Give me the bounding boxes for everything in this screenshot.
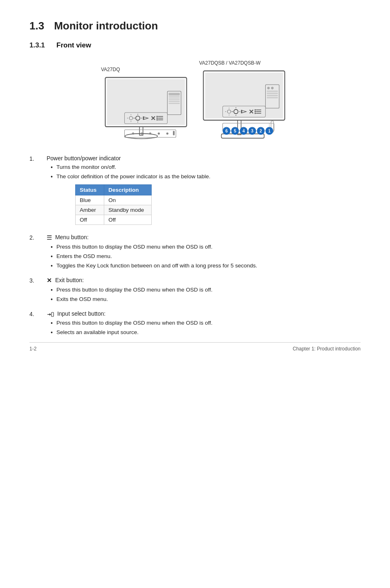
- svg-text:6: 6: [225, 129, 228, 133]
- svg-point-42: [267, 87, 270, 89]
- svg-rect-1: [107, 79, 185, 125]
- item-content-2: ☰ Menu button: Press this button to disp…: [47, 234, 361, 271]
- svg-rect-16: [173, 131, 175, 135]
- svg-point-67: [255, 111, 256, 112]
- footer: 1-2 Chapter 1: Product introduction: [29, 342, 361, 352]
- svg-rect-7: [169, 98, 180, 99]
- svg-point-36: [157, 119, 158, 120]
- table-cell-desc-amber: Standby mode: [104, 205, 152, 215]
- svg-rect-9: [169, 103, 180, 104]
- bullet-2-1: Press this button to display the OSD men…: [51, 243, 361, 251]
- subsection-title: Front view: [56, 41, 91, 49]
- item-bullets-3: Press this button to display the OSD men…: [47, 286, 361, 304]
- section-title: Monitor introduction: [54, 20, 158, 32]
- svg-point-32: [157, 116, 158, 117]
- table-cell-status-amber: Amber: [76, 205, 104, 215]
- svg-text:4: 4: [242, 129, 245, 133]
- section-number: 1.3: [29, 20, 44, 32]
- svg-rect-28: [143, 116, 144, 119]
- svg-rect-5: [169, 93, 180, 95]
- subsection-number: 1.3.1: [29, 41, 49, 49]
- menu-icon: ☰: [47, 234, 52, 241]
- svg-text:5: 5: [234, 129, 236, 133]
- svg-rect-44: [267, 91, 278, 92]
- table-header-description: Description: [104, 184, 152, 195]
- item-bullets-2: Press this button to display the OSD men…: [47, 243, 361, 270]
- svg-point-65: [255, 109, 256, 110]
- svg-point-69: [255, 113, 256, 114]
- table-row-off: Off Off: [76, 215, 152, 224]
- bullet-1-1: Turns the monitor on/off.: [51, 163, 361, 172]
- item-row-3: 3. ✕ Exit button: Press this button to d…: [29, 277, 361, 305]
- table-cell-status-blue: Blue: [76, 195, 104, 205]
- footer-page-number: 1-2: [29, 346, 36, 352]
- svg-point-34: [157, 117, 158, 119]
- svg-rect-61: [241, 110, 242, 113]
- svg-rect-47: [267, 97, 278, 98]
- item-title-1: Power button/power indicator: [47, 155, 361, 162]
- monitor-diagram-right: 6 5 4 3 2 1: [199, 67, 289, 147]
- table-cell-desc-blue: On: [104, 195, 152, 205]
- bullet-4-1: Press this button to display the OSD men…: [51, 319, 361, 328]
- svg-rect-45: [267, 93, 278, 94]
- table-cell-desc-off: Off: [104, 215, 152, 224]
- item-bullets-4: Press this button to display the OSD men…: [47, 319, 361, 337]
- item-content-4: Input select button: Press this button t…: [47, 310, 361, 338]
- item-num-4: 4.: [29, 310, 47, 317]
- item-num-1: 1.: [29, 155, 47, 162]
- item-row-1: 1. Power button/power indicator Turns th…: [29, 155, 361, 228]
- monitor-label-right: VA27DQSB / VA27DQSB-W: [199, 60, 260, 66]
- footer-chapter: Chapter 1: Product introduction: [293, 346, 361, 352]
- bullet-3-1: Press this button to display the OSD men…: [51, 286, 361, 294]
- svg-point-11: [132, 132, 134, 135]
- item-num-3: 3.: [29, 277, 47, 284]
- item-row-4: 4. Input select button: Press this butto…: [29, 310, 361, 338]
- svg-point-43: [271, 87, 273, 89]
- bullet-3-2: Exits the OSD menu.: [51, 295, 361, 304]
- svg-point-14: [158, 132, 160, 135]
- bullet-2-2: Enters the OSD menu.: [51, 252, 361, 261]
- table-row-amber: Amber Standby mode: [76, 205, 152, 215]
- item-title-2: ☰ Menu button:: [47, 234, 361, 241]
- svg-text:2: 2: [260, 129, 262, 133]
- svg-text:3: 3: [251, 129, 253, 133]
- item-num-2: 2.: [29, 234, 47, 241]
- bullet-1-2: The color definition of the power indica…: [51, 173, 361, 181]
- item-content-1: Power button/power indicator Turns the m…: [47, 155, 361, 228]
- item-content-3: ✕ Exit button: Press this button to disp…: [47, 277, 361, 305]
- svg-rect-88: [52, 312, 54, 316]
- table-header-status: Status: [76, 184, 104, 195]
- status-table: Status Description Blue On Amber Standby…: [75, 184, 152, 225]
- monitor-diagram-left: [101, 74, 191, 147]
- items-list: 1. Power button/power indicator Turns th…: [29, 155, 361, 338]
- table-row-blue: Blue On: [76, 195, 152, 205]
- item-title-3: ✕ Exit button:: [47, 277, 361, 284]
- svg-rect-8: [169, 101, 180, 102]
- table-cell-status-off: Off: [76, 215, 104, 224]
- svg-point-12: [141, 132, 143, 135]
- svg-rect-6: [169, 96, 180, 97]
- item-bullets-1: Turns the monitor on/off. The color defi…: [47, 163, 361, 181]
- x-icon: ✕: [47, 277, 52, 284]
- input-icon: [47, 311, 54, 317]
- item-title-4: Input select button:: [47, 310, 361, 317]
- svg-point-15: [166, 132, 168, 135]
- item-row-2: 2. ☰ Menu button: Press this button to d…: [29, 234, 361, 271]
- svg-rect-46: [267, 95, 278, 96]
- monitor-label-left: VA27DQ: [101, 67, 120, 72]
- bullet-4-2: Selects an available input source.: [51, 328, 361, 337]
- bullet-2-3: Toggles the Key Lock function between on…: [51, 262, 361, 270]
- svg-point-13: [149, 132, 151, 135]
